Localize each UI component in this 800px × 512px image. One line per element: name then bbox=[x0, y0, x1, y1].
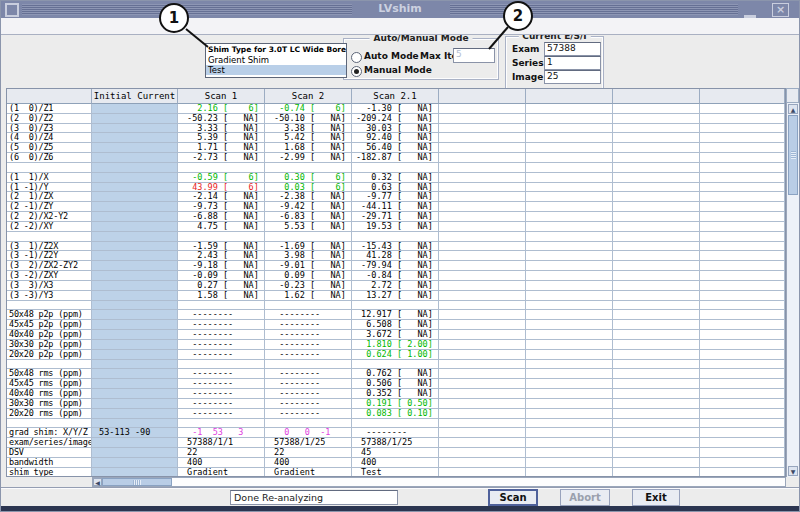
table-cell[interactable] bbox=[613, 114, 700, 124]
table-cell[interactable] bbox=[700, 202, 785, 212]
table-cell[interactable] bbox=[700, 448, 785, 458]
table-cell[interactable] bbox=[526, 124, 613, 134]
shim-type-item-test[interactable]: Test bbox=[206, 65, 346, 75]
scroll-up-icon[interactable]: ▲ bbox=[788, 104, 798, 114]
table-cell[interactable]: -9.01 [ NA] bbox=[265, 261, 352, 271]
table-cell[interactable] bbox=[613, 222, 700, 232]
close-icon[interactable]: × bbox=[772, 3, 789, 17]
table-cell[interactable] bbox=[526, 310, 613, 320]
table-cell[interactable]: 50x48 rms (ppm) bbox=[7, 369, 92, 379]
table-cell[interactable]: -50.10 [ NA] bbox=[265, 114, 352, 124]
table-cell[interactable]: 5.42 [ NA] bbox=[265, 133, 352, 143]
table-cell[interactable]: (1 -1)/Y bbox=[7, 183, 92, 193]
table-cell[interactable] bbox=[7, 232, 92, 242]
table-cell[interactable] bbox=[700, 301, 785, 311]
table-cell[interactable]: 50x48 p2p (ppm) bbox=[7, 310, 92, 320]
table-cell[interactable]: 57388/1/1 bbox=[178, 438, 265, 448]
table-cell[interactable]: (3 2)/ZX2-ZY2 bbox=[7, 261, 92, 271]
table-cell[interactable] bbox=[92, 409, 178, 419]
table-cell[interactable]: -0.84 [ NA] bbox=[352, 271, 439, 281]
table-cell[interactable] bbox=[178, 163, 265, 173]
table-cell[interactable]: 2.72 [ NA] bbox=[352, 281, 439, 291]
table-cell[interactable] bbox=[526, 222, 613, 232]
table-cell[interactable] bbox=[439, 291, 526, 301]
table-cell[interactable]: -------- bbox=[178, 399, 265, 409]
table-cell[interactable]: 6.508 [ NA] bbox=[352, 320, 439, 330]
table-cell[interactable] bbox=[700, 173, 785, 183]
table-cell[interactable] bbox=[265, 419, 352, 429]
table-cell[interactable]: 0.624 [ 1.00] bbox=[352, 350, 439, 360]
horizontal-scroll-thumb[interactable] bbox=[102, 478, 172, 486]
table-cell[interactable]: 400 bbox=[265, 458, 352, 468]
table-cell[interactable]: 2.43 [ NA] bbox=[178, 251, 265, 261]
table-cell[interactable] bbox=[526, 163, 613, 173]
table-cell[interactable]: -79.94 [ NA] bbox=[352, 261, 439, 271]
table-cell[interactable]: -------- bbox=[265, 330, 352, 340]
table-cell[interactable]: 1.71 [ NA] bbox=[178, 143, 265, 153]
table-cell[interactable]: -------- bbox=[265, 369, 352, 379]
table-cell[interactable] bbox=[92, 124, 178, 134]
table-cell[interactable]: 0.30 [ 6] bbox=[265, 173, 352, 183]
table-cell[interactable] bbox=[439, 310, 526, 320]
table-cell[interactable] bbox=[439, 369, 526, 379]
table-cell[interactable] bbox=[178, 232, 265, 242]
scroll-down-icon[interactable]: ▼ bbox=[788, 466, 798, 476]
table-cell[interactable]: 40x40 rms (ppm) bbox=[7, 389, 92, 399]
vertical-scroll-thumb[interactable] bbox=[788, 115, 798, 195]
table-cell[interactable]: -1 53 3 bbox=[178, 428, 265, 438]
table-cell[interactable] bbox=[613, 291, 700, 301]
table-cell[interactable] bbox=[7, 419, 92, 429]
table-cell[interactable] bbox=[92, 133, 178, 143]
table-cell[interactable]: (3 0)/Z3 bbox=[7, 124, 92, 134]
table-cell[interactable]: -1.69 [ NA] bbox=[265, 242, 352, 252]
table-cell[interactable] bbox=[92, 183, 178, 193]
table-cell[interactable] bbox=[700, 114, 785, 124]
table-cell[interactable] bbox=[178, 419, 265, 429]
table-cell[interactable] bbox=[526, 242, 613, 252]
table-cell[interactable] bbox=[439, 428, 526, 438]
table-cell[interactable] bbox=[613, 468, 700, 477]
image-input[interactable]: 25 bbox=[544, 70, 601, 84]
table-cell[interactable] bbox=[526, 360, 613, 370]
table-cell[interactable]: -2.73 [ NA] bbox=[178, 153, 265, 163]
table-cell[interactable] bbox=[613, 330, 700, 340]
table-cell[interactable] bbox=[352, 232, 439, 242]
table-cell[interactable]: -44.11 [ NA] bbox=[352, 202, 439, 212]
table-cell[interactable]: 0.191 [ 0.50] bbox=[352, 399, 439, 409]
table-cell[interactable] bbox=[92, 419, 178, 429]
table-cell[interactable] bbox=[613, 301, 700, 311]
table-cell[interactable]: (3 -1)/Z2Y bbox=[7, 251, 92, 261]
table-cell[interactable] bbox=[526, 320, 613, 330]
table-cell[interactable] bbox=[439, 261, 526, 271]
minimize-icon[interactable] bbox=[744, 4, 756, 18]
table-cell[interactable]: 20x20 p2p (ppm) bbox=[7, 350, 92, 360]
series-input[interactable]: 1 bbox=[544, 56, 601, 70]
scan-button[interactable]: Scan bbox=[488, 489, 538, 506]
table-cell[interactable] bbox=[613, 428, 700, 438]
table-cell[interactable] bbox=[526, 232, 613, 242]
auto-mode-radio[interactable] bbox=[351, 52, 362, 63]
table-cell[interactable]: 1.68 [ NA] bbox=[265, 143, 352, 153]
table-cell[interactable]: -209.24 [ NA] bbox=[352, 114, 439, 124]
table-cell[interactable]: 0 0 -1 bbox=[265, 428, 352, 438]
table-cell[interactable] bbox=[439, 399, 526, 409]
table-cell[interactable]: 45x45 p2p (ppm) bbox=[7, 320, 92, 330]
table-cell[interactable] bbox=[526, 153, 613, 163]
table-cell[interactable] bbox=[92, 468, 178, 477]
table-cell[interactable] bbox=[613, 143, 700, 153]
table-cell[interactable] bbox=[700, 153, 785, 163]
table-cell[interactable] bbox=[526, 261, 613, 271]
table-cell[interactable] bbox=[613, 281, 700, 291]
table-cell[interactable]: -------- bbox=[178, 330, 265, 340]
table-cell[interactable]: 22 bbox=[265, 448, 352, 458]
table-cell[interactable] bbox=[613, 389, 700, 399]
table-cell[interactable]: 0.09 [ NA] bbox=[265, 271, 352, 281]
table-cell[interactable] bbox=[92, 242, 178, 252]
table-cell[interactable] bbox=[613, 320, 700, 330]
table-cell[interactable]: -6.83 [ NA] bbox=[265, 212, 352, 222]
table-cell[interactable] bbox=[7, 360, 92, 370]
table-cell[interactable] bbox=[526, 438, 613, 448]
table-cell[interactable] bbox=[265, 232, 352, 242]
table-cell[interactable]: -9.77 [ NA] bbox=[352, 192, 439, 202]
table-cell[interactable] bbox=[700, 183, 785, 193]
